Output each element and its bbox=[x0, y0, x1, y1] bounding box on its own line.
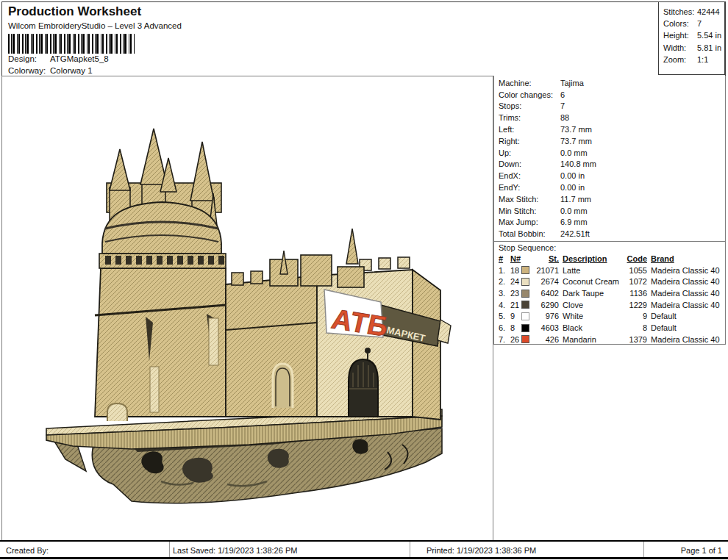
thread-color-swatch bbox=[521, 290, 529, 298]
thread-color-swatch bbox=[521, 278, 529, 286]
info-value: 11.7 mm bbox=[560, 195, 591, 204]
stop-sequence-row: 5.9 976White 9Default bbox=[499, 311, 725, 323]
info-label: Stops: bbox=[499, 101, 560, 110]
footer-last-saved: Last Saved: 1/19/2023 1:38:26 PM bbox=[173, 546, 297, 555]
info-value: 73.7 mm bbox=[560, 137, 592, 146]
info-value: 73.7 mm bbox=[560, 125, 592, 134]
design-preview-box: МАРКЕТ АТБ bbox=[1, 76, 493, 541]
barcode-icon bbox=[8, 34, 135, 54]
thread-color-swatch bbox=[521, 324, 529, 332]
stop-sequence-row: 1.18 21071Latte 1055Madeira Classic 40 bbox=[499, 265, 725, 276]
footer-bar: Created By: Last Saved: 1/19/2023 1:38:2… bbox=[0, 540, 728, 559]
info-value: 140.8 mm bbox=[560, 159, 596, 168]
info-value: 0.00 in bbox=[560, 183, 585, 192]
col-header: Brand bbox=[651, 254, 725, 263]
machine-info-row: Down:140.8 mm bbox=[499, 159, 725, 170]
machine-info-row: Max Stitch:11.7 mm bbox=[499, 193, 725, 205]
castle-embroidery-preview: МАРКЕТ АТБ bbox=[43, 108, 452, 512]
footer-printed: Printed: 1/19/2023 1:38:36 PM bbox=[427, 546, 536, 555]
stat-row: Height:5.54 in bbox=[663, 29, 724, 41]
info-label: Min Stitch: bbox=[499, 207, 560, 215]
footer-divider bbox=[643, 542, 644, 557]
info-value: 6 bbox=[560, 90, 565, 99]
thread-color-swatch bbox=[521, 335, 529, 343]
design-label: Design: bbox=[8, 54, 50, 63]
info-label: EndX: bbox=[499, 171, 560, 180]
stop-sequence-row: 7.26 426Mandarin 1379Madeira Classic 40 bbox=[499, 334, 725, 345]
info-value: 6.9 mm bbox=[560, 218, 588, 226]
stat-row: Width:5.81 in bbox=[663, 42, 724, 54]
stat-row: Zoom:1:1 bbox=[663, 54, 724, 65]
colorway-label: Colorway: bbox=[8, 66, 50, 75]
footer-divider bbox=[169, 542, 170, 557]
info-label: Down: bbox=[499, 159, 560, 168]
machine-info-row: Total Bobbin:242.51ft bbox=[499, 228, 725, 240]
info-value: 0.0 mm bbox=[560, 148, 588, 157]
thread-color-swatch bbox=[521, 266, 529, 274]
col-header: St. bbox=[534, 254, 559, 263]
thread-color-swatch bbox=[521, 301, 529, 309]
info-label: Max Stitch: bbox=[499, 195, 560, 204]
footer-page-number: Page 1 of 1 bbox=[681, 546, 722, 555]
footer-created-by: Created By: bbox=[6, 546, 49, 555]
stat-row: Stitches:42444 bbox=[663, 6, 724, 18]
stop-sequence-title: Stop Sequence: bbox=[494, 241, 725, 253]
info-value: 0.0 mm bbox=[560, 207, 588, 215]
app-subtitle: Wilcom EmbroideryStudio – Level 3 Advanc… bbox=[8, 21, 182, 30]
info-label: Right: bbox=[499, 137, 560, 146]
info-label: EndY: bbox=[499, 183, 560, 192]
stop-sequence-header: # N# St. Description Code Brand bbox=[499, 253, 725, 265]
info-value: Tajima bbox=[560, 79, 584, 87]
stat-label: Colors: bbox=[663, 19, 697, 28]
summary-stats-box: Stitches:42444 Colors:7 Height:5.54 in W… bbox=[658, 1, 725, 75]
stat-row: Colors:7 bbox=[663, 18, 724, 29]
info-label: Trims: bbox=[499, 113, 560, 122]
door-lamp bbox=[365, 348, 371, 353]
info-value: 0.00 in bbox=[560, 171, 585, 180]
machine-info-panel: Machine:Tajima Color changes:6 Stops:7 T… bbox=[493, 76, 726, 345]
header-box: Production Worksheet Wilcom EmbroiderySt… bbox=[1, 1, 726, 76]
col-header: # bbox=[499, 254, 510, 263]
stat-value: 5.54 in bbox=[697, 31, 721, 40]
machine-info-row: Color changes:6 bbox=[499, 89, 725, 101]
stat-label: Zoom: bbox=[663, 55, 697, 64]
machine-info-row: Max Jump:6.9 mm bbox=[499, 217, 725, 229]
thread-color-swatch bbox=[521, 312, 529, 320]
info-label: Up: bbox=[499, 148, 560, 157]
stat-label: Width: bbox=[663, 43, 697, 52]
info-label: Left: bbox=[499, 125, 560, 134]
design-row: Design: ATGMapket5_8 bbox=[8, 54, 109, 63]
info-value: 88 bbox=[560, 113, 569, 122]
stat-value: 7 bbox=[697, 19, 702, 28]
stop-sequence-row: 3.23 6402Dark Taupe 1136Madeira Classic … bbox=[499, 287, 725, 299]
machine-info-row: EndY:0.00 in bbox=[499, 182, 725, 193]
col-header: N# bbox=[510, 254, 521, 263]
machine-info-row: Left:73.7 mm bbox=[499, 123, 725, 135]
stop-sequence-row: 2.24 2674Coconut Cream 1072Madeira Class… bbox=[499, 276, 725, 288]
stat-value: 5.81 in bbox=[697, 43, 721, 52]
design-value: ATGMapket5_8 bbox=[50, 54, 109, 63]
col-header: Code bbox=[625, 254, 647, 263]
machine-info-row: EndX:0.00 in bbox=[499, 170, 725, 182]
info-label: Machine: bbox=[499, 79, 560, 87]
castle-walls bbox=[95, 255, 440, 420]
machine-info-row: Machine:Tajima bbox=[499, 77, 725, 89]
stat-label: Stitches: bbox=[663, 7, 697, 16]
colorway-row: Colorway: Colorway 1 bbox=[8, 66, 93, 75]
stat-value: 1:1 bbox=[697, 55, 708, 64]
info-label: Color changes: bbox=[499, 90, 560, 99]
machine-info-row: Up:0.0 mm bbox=[499, 147, 725, 159]
info-label: Total Bobbin: bbox=[499, 229, 560, 238]
stop-sequence-row: 6.8 4603Black 8Default bbox=[499, 322, 725, 334]
col-header: Description bbox=[563, 254, 625, 263]
colorway-value: Colorway 1 bbox=[50, 66, 93, 75]
machine-info-row: Stops:7 bbox=[499, 101, 725, 112]
page-title: Production Worksheet bbox=[8, 4, 141, 19]
machine-info-row: Trims:88 bbox=[499, 112, 725, 123]
info-value: 242.51ft bbox=[560, 229, 590, 238]
info-label: Max Jump: bbox=[499, 218, 560, 226]
stop-sequence-row: 4.21 6290Clove 1229Madeira Classic 40 bbox=[499, 299, 725, 311]
machine-info-row: Right:73.7 mm bbox=[499, 135, 725, 147]
footer-divider bbox=[410, 542, 410, 557]
machine-info-row: Min Stitch:0.0 mm bbox=[499, 205, 725, 217]
